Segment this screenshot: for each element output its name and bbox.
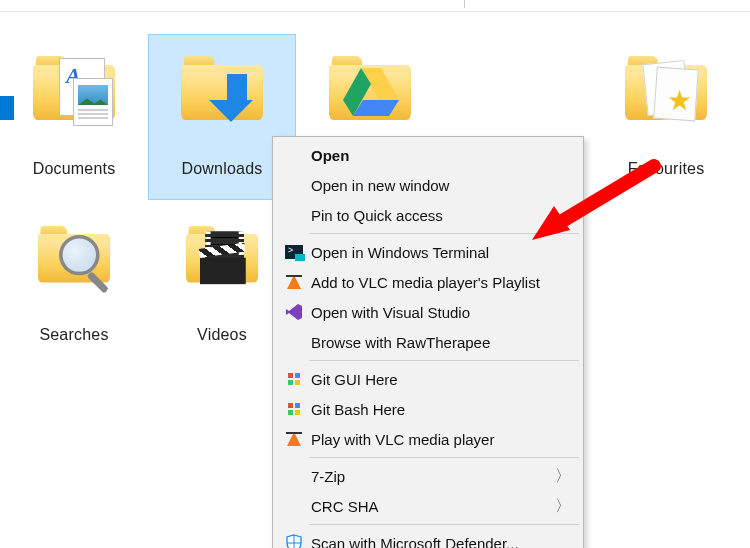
svg-rect-7 [295,380,300,385]
menu-separator [309,233,579,234]
terminal-icon [279,241,309,263]
folder-documents[interactable]: Documents [0,34,148,200]
documents-icon [26,42,122,138]
menu-label: Open in Windows Terminal [311,244,489,261]
menu-git-gui[interactable]: Git GUI Here [275,364,581,394]
item-label: Downloads [182,160,263,178]
videos-icon [174,208,270,304]
menu-label: Open with Visual Studio [311,304,470,321]
blank-icon [279,174,309,196]
menu-label: Play with VLC media player [311,431,494,448]
git-icon [279,398,309,420]
folder-favourites[interactable]: ★ Favourites [592,34,740,200]
downloads-icon [174,42,270,138]
cone-icon [279,428,309,450]
blank-icon [279,144,309,166]
context-menu: Open Open in new window Pin to Quick acc… [272,136,584,548]
menu-separator [309,457,579,458]
blank-icon [279,331,309,353]
menu-browse-rawtherapee[interactable]: Browse with RawTherapee [275,327,581,357]
cone-icon [279,271,309,293]
shield-icon [279,532,309,548]
svg-rect-8 [288,403,293,408]
item-label: Favourites [628,160,705,178]
menu-crc-sha[interactable]: CRC SHA 〉 [275,491,581,521]
svg-rect-6 [288,380,293,385]
item-label: Documents [33,160,116,178]
menu-label: CRC SHA [311,498,379,515]
menu-separator [309,360,579,361]
menu-scan-defender[interactable]: Scan with Microsoft Defender... [275,528,581,548]
menu-play-vlc[interactable]: Play with VLC media player [275,424,581,454]
menu-label: 7-Zip [311,468,345,485]
menu-pin-quick-access[interactable]: Pin to Quick access [275,200,581,230]
menu-label: Open in new window [311,177,449,194]
chevron-right-icon: 〉 [555,496,571,517]
git-icon [279,368,309,390]
menu-add-vlc-playlist[interactable]: Add to VLC media player's Playlist [275,267,581,297]
google-drive-icon [322,42,418,138]
menu-label: Browse with RawTherapee [311,334,490,351]
svg-rect-5 [295,373,300,378]
folder-searches[interactable]: Searches [0,200,148,366]
header-strip [0,0,750,12]
menu-7zip[interactable]: 7-Zip 〉 [275,461,581,491]
header-divider [464,0,465,8]
svg-marker-3 [286,304,302,320]
menu-label: Scan with Microsoft Defender... [311,535,519,549]
menu-open-new-window[interactable]: Open in new window [275,170,581,200]
chevron-right-icon: 〉 [555,466,571,487]
svg-rect-9 [295,403,300,408]
visual-studio-icon [279,301,309,323]
svg-rect-11 [295,410,300,415]
blank-icon [279,465,309,487]
svg-rect-4 [288,373,293,378]
favourites-icon: ★ [618,42,714,138]
item-label: Videos [197,326,247,344]
menu-git-bash[interactable]: Git Bash Here [275,394,581,424]
blank-icon [279,204,309,226]
menu-label: Pin to Quick access [311,207,443,224]
menu-separator [309,524,579,525]
menu-open-windows-terminal[interactable]: Open in Windows Terminal [275,237,581,267]
menu-label: Git GUI Here [311,371,398,388]
item-label: Searches [39,326,108,344]
blank-icon [279,495,309,517]
menu-label: Open [311,147,349,164]
searches-icon [26,208,122,304]
menu-open-visual-studio[interactable]: Open with Visual Studio [275,297,581,327]
menu-label: Add to VLC media player's Playlist [311,274,540,291]
menu-open[interactable]: Open [275,140,581,170]
svg-rect-10 [288,410,293,415]
menu-label: Git Bash Here [311,401,405,418]
